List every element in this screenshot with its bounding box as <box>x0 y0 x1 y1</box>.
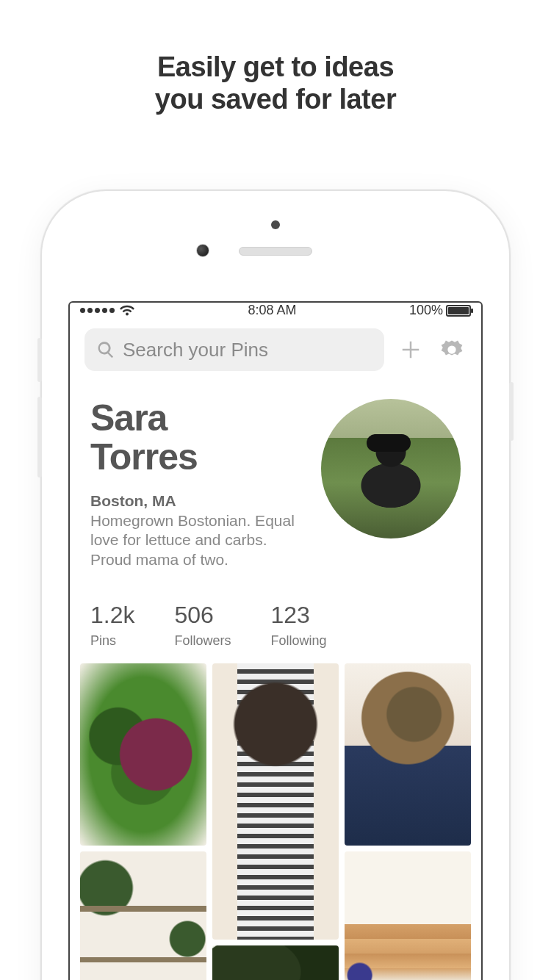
signal-dots-icon <box>80 308 115 313</box>
battery-percent: 100% <box>409 303 443 318</box>
pin-item[interactable] <box>345 851 471 980</box>
gear-icon <box>441 339 463 361</box>
settings-button[interactable] <box>437 335 467 364</box>
battery-icon <box>446 305 471 317</box>
pin-item[interactable] <box>212 945 339 980</box>
proximity-sensor <box>271 220 280 229</box>
profile-first-name: Sara <box>90 397 167 439</box>
pin-item[interactable] <box>80 851 206 980</box>
pin-item[interactable] <box>80 663 206 846</box>
phone-screen: 8:08 AM 100% Search your Pins <box>68 301 483 980</box>
stat-followers-label: Followers <box>174 633 231 649</box>
speaker-grill <box>239 247 312 256</box>
profile-stats: 1.2k Pins 506 Followers 123 Following <box>70 569 481 663</box>
profile-bio: Homegrown Bostonian. Equal love for lett… <box>90 511 309 569</box>
stat-following-count: 123 <box>271 602 327 629</box>
front-camera <box>196 244 209 257</box>
stat-following[interactable]: 123 Following <box>271 602 327 649</box>
status-time: 8:08 AM <box>248 303 296 318</box>
add-button[interactable] <box>396 335 425 364</box>
stat-pins-label: Pins <box>90 633 134 649</box>
stat-pins-count: 1.2k <box>90 602 134 629</box>
promo-line-1: Easily get to ideas <box>157 51 394 82</box>
profile-last-name: Torres <box>90 436 198 478</box>
promo-line-2: you saved for later <box>155 84 396 115</box>
pins-grid <box>70 663 481 980</box>
app-header: Search your Pins <box>70 318 481 378</box>
promo-headline: Easily get to ideas you saved for later <box>0 51 551 115</box>
stat-followers[interactable]: 506 Followers <box>174 602 231 649</box>
search-icon <box>96 340 115 359</box>
stat-following-label: Following <box>271 633 327 649</box>
search-placeholder: Search your Pins <box>123 339 268 361</box>
avatar[interactable] <box>321 399 461 538</box>
wifi-icon <box>119 305 135 317</box>
pin-item[interactable] <box>345 663 471 846</box>
stat-pins[interactable]: 1.2k Pins <box>90 602 134 649</box>
stat-followers-count: 506 <box>174 602 231 629</box>
plus-icon <box>400 339 422 361</box>
pin-item[interactable] <box>212 663 339 940</box>
phone-frame: 8:08 AM 100% Search your Pins <box>40 190 511 980</box>
profile-section: Sara Torres Boston, MA Homegrown Bostoni… <box>70 378 481 569</box>
status-bar: 8:08 AM 100% <box>70 303 481 318</box>
search-input[interactable]: Search your Pins <box>84 328 384 371</box>
profile-location: Boston, MA <box>90 492 309 510</box>
profile-name: Sara Torres <box>90 399 309 476</box>
